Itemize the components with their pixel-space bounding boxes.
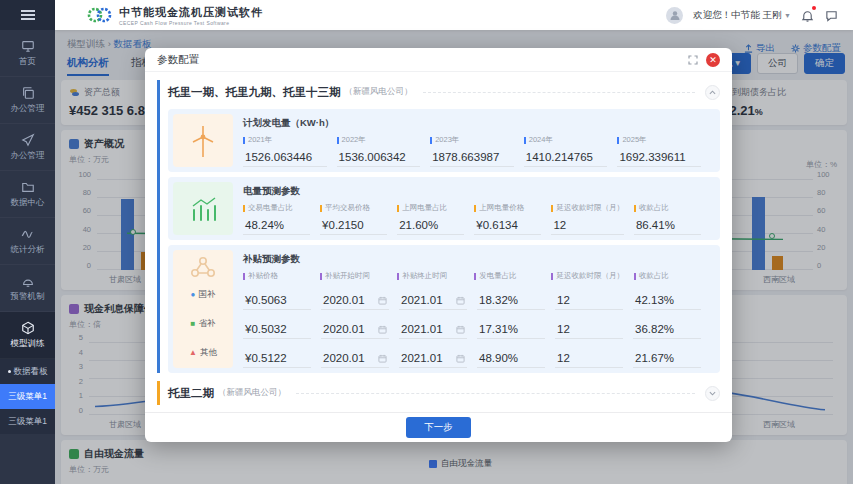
calendar-icon [456,325,465,334]
sidebar-item-model-training[interactable]: 模型训练 [0,312,55,359]
national-delay-input[interactable]: 12 [555,291,623,310]
provincial-gen-ratio-input[interactable]: 17.31% [477,320,545,339]
row-label-national: ●国补 [191,280,216,309]
avg-trade-price-input[interactable]: ¥0.2150 [320,215,387,235]
copy-icon [21,86,35,100]
national-price-input[interactable]: ¥0.5063 [243,291,311,310]
cube-icon [21,321,35,335]
send-icon [21,133,35,147]
network-icon [190,255,216,279]
alarm-icon [21,274,35,288]
hamburger-menu-icon[interactable] [0,0,55,30]
calendar-icon [378,325,387,334]
other-end-date-input[interactable]: 2021.01 [399,349,467,368]
subsidy-row-other: ¥0.5122 2020.01 2021.01 48.90% 12 21.67% [243,339,711,368]
collapse-down-icon[interactable] [705,386,720,401]
provincial-price-input[interactable]: ¥0.5032 [243,320,311,339]
caret-down-icon: ▼ [784,12,791,19]
section-tuoli-1-9-13: 托里一期、托里九期、托里十三期 （新疆风电公司） 计划发电量（KW·h） [157,80,720,373]
provincial-start-date-input[interactable]: 2020.01 [321,320,389,339]
subsidy-row-national: ¥0.5063 2020.01 2021.01 18.32% 12 42.13% [243,281,711,310]
sidebar: 首页 办公管理 办公管理 数据中心 统计分析 预警机制 模型训练 数据看板 三级… [0,0,55,484]
section-title: 托里一期、托里九期、托里十三期 [168,85,341,100]
plan-2025-input[interactable]: 1692.339611 [617,147,701,167]
sidebar-item-office-2[interactable]: 办公管理 [0,124,55,171]
app-title: 中节能现金流机压测试软件 [119,5,263,20]
provincial-subsidy-icon: ■ [191,319,196,328]
sidebar-item-office-1[interactable]: 办公管理 [0,77,55,124]
sidebar-subitem-menu1-active[interactable]: 三级菜单1 [0,384,55,409]
sidebar-item-datacenter[interactable]: 数据中心 [0,171,55,218]
bar-chart-growth-icon [188,194,218,224]
sidebar-subitem-menu1[interactable]: 三级菜单1 [0,409,55,434]
other-gen-ratio-input[interactable]: 48.90% [477,349,545,368]
other-subsidy-icon: ▲ [189,348,197,357]
avatar[interactable] [666,7,683,24]
modal-title: 参数配置 [157,53,199,67]
top-header: 中节能现金流机压测试软件 CECEP Cash Flow Pressure Te… [55,0,853,30]
wind-turbine-icon [188,123,218,159]
other-price-input[interactable]: ¥0.5122 [243,349,311,368]
other-collect-ratio-input[interactable]: 21.67% [633,349,701,368]
param-config-modal: 参数配置 ✕ 托里一期、托里九期、托里十三期 （新疆风电公司） [145,48,732,442]
notification-badge [812,6,816,10]
section-tuoli-2: 托里二期 （新疆风电公司） [157,381,720,405]
sidebar-item-home[interactable]: 首页 [0,30,55,77]
national-collect-ratio-input[interactable]: 42.13% [633,291,701,310]
panel-subsidy-forecast: ●国补 ■省补 ▲其他 补贴预测参数 补贴价格 补贴开始时间 补贴终止时间 发电… [168,245,720,373]
bullet-icon [8,370,11,373]
calendar-icon [378,296,387,305]
section-title: 托里二期 [168,386,214,401]
plan-2024-input[interactable]: 1410.214765 [524,147,608,167]
panel-planned-generation: 计划发电量（KW·h） 2021年1526.063446 2022年1536.0… [168,109,720,172]
other-start-date-input[interactable]: 2020.01 [321,349,389,368]
calendar-icon [456,354,465,363]
plan-2022-input[interactable]: 1536.006342 [337,147,421,167]
grid-power-ratio-input[interactable]: 21.60% [397,215,464,235]
plan-2021-input[interactable]: 1526.063446 [243,147,327,167]
national-start-date-input[interactable]: 2020.01 [321,291,389,310]
collection-ratio-input[interactable]: 86.41% [634,215,701,235]
sidebar-item-stats[interactable]: 统计分析 [0,218,55,265]
logo-icon [87,6,113,24]
sidebar-subitem-dashboard[interactable]: 数据看板 [0,359,55,384]
message-icon[interactable] [825,8,839,22]
home-monitor-icon [21,39,35,53]
row-label-provincial: ■省补 [191,309,216,338]
app-subtitle: CECEP Cash Flow Pressure Test Software [119,20,263,26]
app-logo: 中节能现金流机压测试软件 CECEP Cash Flow Pressure Te… [87,5,263,26]
national-gen-ratio-input[interactable]: 18.32% [477,291,545,310]
panel-power-forecast: 电量预测参数 交易电量占比48.24% 平均交易价格¥0.2150 上网电量占比… [168,177,720,240]
maximize-icon[interactable] [688,55,698,65]
stats-wave-icon [21,227,35,241]
national-end-date-input[interactable]: 2021.01 [399,291,467,310]
collapse-up-icon[interactable] [705,85,720,100]
row-label-other: ▲其他 [189,338,217,367]
next-step-button[interactable]: 下一步 [406,417,471,438]
delay-months-input[interactable]: 12 [551,215,624,235]
notification-bell-icon[interactable] [801,8,815,22]
national-subsidy-icon: ● [191,290,196,299]
provincial-collect-ratio-input[interactable]: 36.82% [633,320,701,339]
user-menu[interactable]: 欢迎您！中节能 王刚 ▼ [693,9,791,22]
folder-icon [21,180,35,194]
trade-power-ratio-input[interactable]: 48.24% [243,215,310,235]
other-delay-input[interactable]: 12 [555,349,623,368]
close-icon[interactable]: ✕ [706,53,720,67]
provincial-end-date-input[interactable]: 2021.01 [399,320,467,339]
calendar-icon [378,354,387,363]
plan-2023-input[interactable]: 1878.663987 [430,147,514,167]
calendar-icon [456,296,465,305]
grid-power-price-input[interactable]: ¥0.6134 [474,215,541,235]
subsidy-row-provincial: ¥0.5032 2020.01 2021.01 17.31% 12 36.82% [243,310,711,339]
sidebar-item-alert[interactable]: 预警机制 [0,265,55,312]
provincial-delay-input[interactable]: 12 [555,320,623,339]
